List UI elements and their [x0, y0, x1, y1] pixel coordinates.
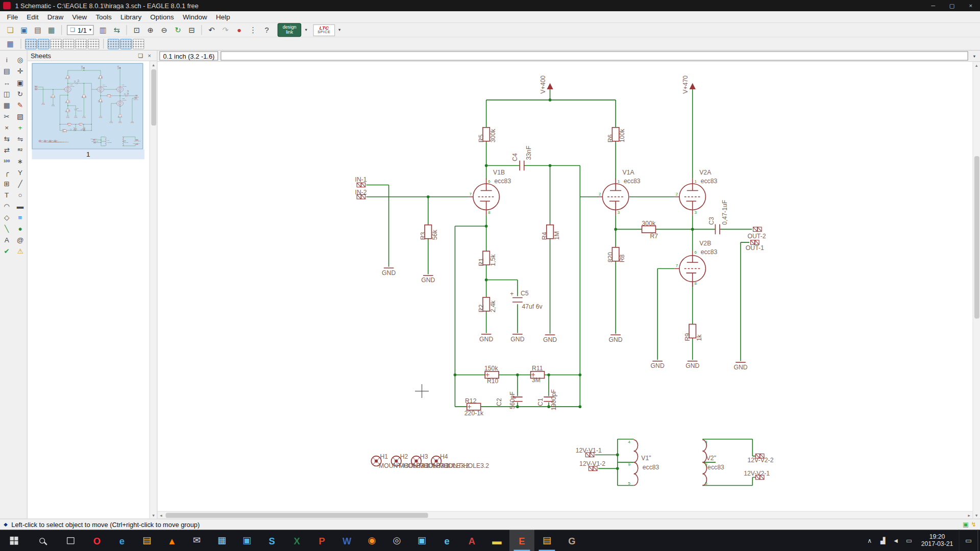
taskbar-app-file-explorer[interactable]: ▤: [134, 530, 159, 551]
display-preset-3[interactable]: [50, 38, 62, 49]
menu-view[interactable]: View: [68, 13, 91, 21]
tool-add[interactable]: +: [14, 123, 26, 132]
scroll-right-icon[interactable]: ►: [966, 513, 972, 517]
tool-mark[interactable]: ✛: [14, 67, 26, 76]
tool-polygon[interactable]: ◇: [1, 213, 12, 222]
tool-replace[interactable]: ⇄: [1, 145, 12, 155]
print-button[interactable]: ▤: [31, 24, 44, 36]
tool-gateswap[interactable]: ⇋: [14, 134, 26, 143]
taskbar-app-edge[interactable]: e: [434, 530, 459, 551]
zoom-in-button[interactable]: ⊕: [144, 24, 157, 36]
taskbar-app-eagle[interactable]: E: [509, 530, 534, 551]
plot-button[interactable]: ▦: [45, 24, 58, 36]
open-button[interactable]: ❏: [4, 24, 17, 36]
taskbar-app-acrobat[interactable]: A: [459, 530, 484, 551]
menu-draw[interactable]: Draw: [43, 13, 68, 21]
tool-change[interactable]: ✎: [14, 101, 26, 110]
tool-name[interactable]: R2: [14, 145, 26, 155]
stop-button[interactable]: ●: [233, 24, 246, 36]
display-preset-8[interactable]: [120, 38, 132, 49]
tool-cut[interactable]: ✂: [1, 112, 12, 121]
taskbar-app-explorer-window[interactable]: ▤: [534, 530, 559, 551]
sheets-undock-button[interactable]: ❏: [136, 53, 145, 59]
display-preset-1[interactable]: [25, 38, 37, 49]
vertical-scrollbar[interactable]: ▲ ▼: [972, 62, 980, 518]
redo-button[interactable]: ↷: [219, 24, 232, 36]
grid-settings-button[interactable]: ▦: [4, 38, 17, 49]
tool-circle[interactable]: ○: [14, 190, 26, 199]
tray-expand-icon[interactable]: ∧: [863, 537, 876, 543]
help-button[interactable]: ?: [260, 24, 274, 36]
tool-paste[interactable]: ▨: [14, 112, 26, 121]
tool-delete[interactable]: ×: [1, 123, 12, 132]
tool-net[interactable]: ╲: [1, 224, 12, 234]
sheet-number[interactable]: 1: [32, 149, 144, 160]
taskbar-app-opera[interactable]: O: [84, 530, 109, 551]
tool-label[interactable]: A: [1, 236, 12, 245]
sheet-thumbnail[interactable]: [32, 63, 143, 149]
taskbar-app-word[interactable]: W: [334, 530, 359, 551]
taskbar-app-store[interactable]: ▣: [234, 530, 259, 551]
design-link-button[interactable]: design link: [278, 23, 302, 37]
tool-text[interactable]: T: [1, 190, 12, 199]
search-button[interactable]: [28, 530, 56, 551]
tool-show[interactable]: ◎: [14, 56, 26, 65]
scroll-down-icon[interactable]: ▼: [152, 512, 155, 518]
tool-value[interactable]: 100: [1, 157, 12, 166]
display-preset-5[interactable]: [75, 38, 87, 49]
scrollbar-thumb[interactable]: [974, 156, 979, 318]
zoom-select-button[interactable]: ⊟: [185, 24, 199, 36]
menu-tools[interactable]: Tools: [91, 13, 116, 21]
tool-arc[interactable]: ◠: [1, 202, 12, 211]
tool-invoke[interactable]: ⊞: [1, 179, 12, 188]
taskbar-app-excel[interactable]: X: [284, 530, 309, 551]
scroll-up-icon[interactable]: ▲: [975, 62, 978, 68]
menu-window[interactable]: Window: [178, 13, 211, 21]
scrollbar-thumb[interactable]: [165, 513, 428, 518]
taskbar-app-calculator[interactable]: ▦: [209, 530, 234, 551]
display-preset-4[interactable]: [62, 38, 74, 49]
display-preset-2[interactable]: [37, 38, 49, 49]
tool-junction[interactable]: ●: [14, 224, 26, 234]
menu-library[interactable]: Library: [116, 13, 145, 21]
scroll-down-icon[interactable]: ▼: [975, 512, 978, 518]
tool-wire[interactable]: ╱: [14, 179, 26, 188]
schematic-canvas[interactable]: [158, 62, 973, 511]
action-center-button[interactable]: ▭: [959, 530, 977, 551]
options-dots-button[interactable]: ⋮: [247, 24, 260, 36]
start-button[interactable]: [0, 530, 28, 551]
taskbar-clock[interactable]: 19:20 2017-03-21: [916, 533, 959, 547]
command-history-dropdown[interactable]: ▾: [971, 54, 978, 59]
sheets-close-button[interactable]: ×: [145, 53, 154, 59]
zoom-redraw-button[interactable]: ↻: [172, 24, 185, 36]
zoom-out-button[interactable]: ⊖: [158, 24, 171, 36]
board-button[interactable]: ⇆: [110, 24, 124, 36]
network-icon[interactable]: ▟: [876, 537, 890, 543]
tool-bus[interactable]: ≡: [14, 213, 26, 222]
ltspice-dropdown[interactable]: ▾: [335, 24, 344, 36]
taskbar-app-sticky-notes[interactable]: ▬: [484, 530, 509, 551]
maximize-button[interactable]: ▢: [943, 0, 962, 11]
horizontal-scrollbar[interactable]: ◄ ►: [158, 511, 973, 519]
tool-rotate[interactable]: ↻: [14, 89, 26, 98]
taskbar-app-vlc[interactable]: ▲: [159, 530, 184, 551]
ltspice-button[interactable]: LTC SPICE: [313, 24, 335, 36]
tool-group[interactable]: ▦: [1, 101, 12, 110]
display-preset-9[interactable]: [133, 38, 144, 49]
ime-icon[interactable]: ▭: [902, 537, 916, 543]
save-button[interactable]: ▣: [17, 24, 31, 36]
sheet-selector[interactable]: ❏ 1/1 ▾: [67, 25, 94, 35]
taskbar-app-firefox[interactable]: ◉: [359, 530, 384, 551]
show-desktop-button[interactable]: [977, 530, 980, 551]
menu-edit[interactable]: Edit: [22, 13, 43, 21]
tool-erc[interactable]: ✔: [1, 247, 12, 256]
menu-options[interactable]: Options: [146, 13, 179, 21]
taskbar-app-photos[interactable]: ▣: [409, 530, 434, 551]
tool-errors[interactable]: ⚠: [14, 247, 26, 256]
scroll-left-icon[interactable]: ◄: [158, 513, 164, 517]
zoom-fit-button[interactable]: ⊡: [130, 24, 143, 36]
taskbar-app-internet-explorer[interactable]: e: [109, 530, 134, 551]
tool-rect[interactable]: ▬: [14, 202, 26, 211]
taskbar-app-skype[interactable]: S: [259, 530, 284, 551]
minimize-button[interactable]: ─: [924, 0, 943, 11]
